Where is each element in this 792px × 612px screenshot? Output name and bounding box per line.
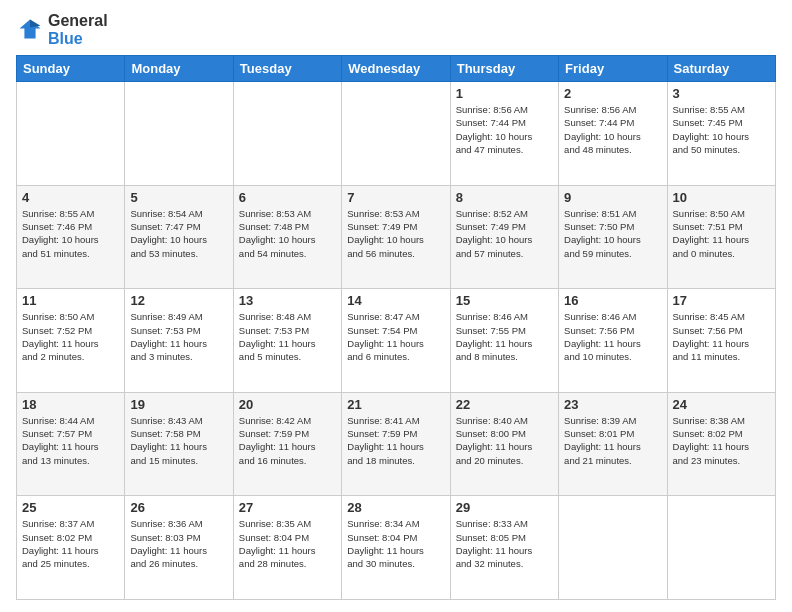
day-number: 5	[130, 190, 227, 205]
day-cell: 13Sunrise: 8:48 AM Sunset: 7:53 PM Dayli…	[233, 289, 341, 393]
day-cell	[667, 496, 775, 600]
day-number: 19	[130, 397, 227, 412]
week-row-2: 4Sunrise: 8:55 AM Sunset: 7:46 PM Daylig…	[17, 185, 776, 289]
day-info: Sunrise: 8:44 AM Sunset: 7:57 PM Dayligh…	[22, 414, 119, 467]
day-info: Sunrise: 8:38 AM Sunset: 8:02 PM Dayligh…	[673, 414, 770, 467]
day-info: Sunrise: 8:53 AM Sunset: 7:49 PM Dayligh…	[347, 207, 444, 260]
day-number: 22	[456, 397, 553, 412]
day-header-friday: Friday	[559, 56, 667, 82]
calendar-header-row: SundayMondayTuesdayWednesdayThursdayFrid…	[17, 56, 776, 82]
day-number: 4	[22, 190, 119, 205]
day-info: Sunrise: 8:55 AM Sunset: 7:46 PM Dayligh…	[22, 207, 119, 260]
day-cell: 29Sunrise: 8:33 AM Sunset: 8:05 PM Dayli…	[450, 496, 558, 600]
day-info: Sunrise: 8:47 AM Sunset: 7:54 PM Dayligh…	[347, 310, 444, 363]
day-cell: 8Sunrise: 8:52 AM Sunset: 7:49 PM Daylig…	[450, 185, 558, 289]
week-row-5: 25Sunrise: 8:37 AM Sunset: 8:02 PM Dayli…	[17, 496, 776, 600]
day-info: Sunrise: 8:39 AM Sunset: 8:01 PM Dayligh…	[564, 414, 661, 467]
day-cell	[17, 82, 125, 186]
day-cell: 3Sunrise: 8:55 AM Sunset: 7:45 PM Daylig…	[667, 82, 775, 186]
day-cell: 20Sunrise: 8:42 AM Sunset: 7:59 PM Dayli…	[233, 392, 341, 496]
day-cell: 6Sunrise: 8:53 AM Sunset: 7:48 PM Daylig…	[233, 185, 341, 289]
day-header-sunday: Sunday	[17, 56, 125, 82]
day-cell: 14Sunrise: 8:47 AM Sunset: 7:54 PM Dayli…	[342, 289, 450, 393]
day-cell: 18Sunrise: 8:44 AM Sunset: 7:57 PM Dayli…	[17, 392, 125, 496]
day-cell: 22Sunrise: 8:40 AM Sunset: 8:00 PM Dayli…	[450, 392, 558, 496]
day-number: 17	[673, 293, 770, 308]
day-number: 26	[130, 500, 227, 515]
day-number: 14	[347, 293, 444, 308]
day-number: 18	[22, 397, 119, 412]
day-info: Sunrise: 8:46 AM Sunset: 7:56 PM Dayligh…	[564, 310, 661, 363]
day-number: 27	[239, 500, 336, 515]
day-number: 8	[456, 190, 553, 205]
day-cell: 16Sunrise: 8:46 AM Sunset: 7:56 PM Dayli…	[559, 289, 667, 393]
logo-text: General Blue	[48, 12, 108, 47]
day-number: 28	[347, 500, 444, 515]
day-number: 1	[456, 86, 553, 101]
week-row-4: 18Sunrise: 8:44 AM Sunset: 7:57 PM Dayli…	[17, 392, 776, 496]
day-info: Sunrise: 8:37 AM Sunset: 8:02 PM Dayligh…	[22, 517, 119, 570]
day-cell: 4Sunrise: 8:55 AM Sunset: 7:46 PM Daylig…	[17, 185, 125, 289]
day-number: 24	[673, 397, 770, 412]
day-cell: 23Sunrise: 8:39 AM Sunset: 8:01 PM Dayli…	[559, 392, 667, 496]
day-info: Sunrise: 8:35 AM Sunset: 8:04 PM Dayligh…	[239, 517, 336, 570]
day-cell: 12Sunrise: 8:49 AM Sunset: 7:53 PM Dayli…	[125, 289, 233, 393]
day-cell: 24Sunrise: 8:38 AM Sunset: 8:02 PM Dayli…	[667, 392, 775, 496]
day-cell: 17Sunrise: 8:45 AM Sunset: 7:56 PM Dayli…	[667, 289, 775, 393]
day-number: 7	[347, 190, 444, 205]
day-info: Sunrise: 8:53 AM Sunset: 7:48 PM Dayligh…	[239, 207, 336, 260]
day-info: Sunrise: 8:51 AM Sunset: 7:50 PM Dayligh…	[564, 207, 661, 260]
day-cell: 27Sunrise: 8:35 AM Sunset: 8:04 PM Dayli…	[233, 496, 341, 600]
week-row-1: 1Sunrise: 8:56 AM Sunset: 7:44 PM Daylig…	[17, 82, 776, 186]
day-header-thursday: Thursday	[450, 56, 558, 82]
day-number: 2	[564, 86, 661, 101]
day-cell: 1Sunrise: 8:56 AM Sunset: 7:44 PM Daylig…	[450, 82, 558, 186]
day-number: 3	[673, 86, 770, 101]
day-number: 10	[673, 190, 770, 205]
day-header-saturday: Saturday	[667, 56, 775, 82]
day-info: Sunrise: 8:49 AM Sunset: 7:53 PM Dayligh…	[130, 310, 227, 363]
day-cell: 11Sunrise: 8:50 AM Sunset: 7:52 PM Dayli…	[17, 289, 125, 393]
day-number: 15	[456, 293, 553, 308]
day-number: 6	[239, 190, 336, 205]
day-number: 20	[239, 397, 336, 412]
day-number: 16	[564, 293, 661, 308]
day-info: Sunrise: 8:34 AM Sunset: 8:04 PM Dayligh…	[347, 517, 444, 570]
day-cell: 9Sunrise: 8:51 AM Sunset: 7:50 PM Daylig…	[559, 185, 667, 289]
logo-icon	[16, 16, 44, 44]
day-info: Sunrise: 8:52 AM Sunset: 7:49 PM Dayligh…	[456, 207, 553, 260]
day-cell	[233, 82, 341, 186]
day-cell: 25Sunrise: 8:37 AM Sunset: 8:02 PM Dayli…	[17, 496, 125, 600]
calendar-table: SundayMondayTuesdayWednesdayThursdayFrid…	[16, 55, 776, 600]
day-header-tuesday: Tuesday	[233, 56, 341, 82]
day-cell	[559, 496, 667, 600]
day-cell: 28Sunrise: 8:34 AM Sunset: 8:04 PM Dayli…	[342, 496, 450, 600]
day-info: Sunrise: 8:43 AM Sunset: 7:58 PM Dayligh…	[130, 414, 227, 467]
day-cell: 2Sunrise: 8:56 AM Sunset: 7:44 PM Daylig…	[559, 82, 667, 186]
day-cell: 15Sunrise: 8:46 AM Sunset: 7:55 PM Dayli…	[450, 289, 558, 393]
week-row-3: 11Sunrise: 8:50 AM Sunset: 7:52 PM Dayli…	[17, 289, 776, 393]
day-info: Sunrise: 8:33 AM Sunset: 8:05 PM Dayligh…	[456, 517, 553, 570]
day-number: 12	[130, 293, 227, 308]
day-header-monday: Monday	[125, 56, 233, 82]
day-cell	[125, 82, 233, 186]
day-cell: 19Sunrise: 8:43 AM Sunset: 7:58 PM Dayli…	[125, 392, 233, 496]
day-number: 29	[456, 500, 553, 515]
day-info: Sunrise: 8:45 AM Sunset: 7:56 PM Dayligh…	[673, 310, 770, 363]
day-cell: 10Sunrise: 8:50 AM Sunset: 7:51 PM Dayli…	[667, 185, 775, 289]
day-cell: 21Sunrise: 8:41 AM Sunset: 7:59 PM Dayli…	[342, 392, 450, 496]
header: General Blue	[16, 12, 776, 47]
day-number: 21	[347, 397, 444, 412]
day-info: Sunrise: 8:48 AM Sunset: 7:53 PM Dayligh…	[239, 310, 336, 363]
day-cell: 5Sunrise: 8:54 AM Sunset: 7:47 PM Daylig…	[125, 185, 233, 289]
day-info: Sunrise: 8:56 AM Sunset: 7:44 PM Dayligh…	[456, 103, 553, 156]
day-info: Sunrise: 8:50 AM Sunset: 7:52 PM Dayligh…	[22, 310, 119, 363]
day-number: 11	[22, 293, 119, 308]
day-info: Sunrise: 8:54 AM Sunset: 7:47 PM Dayligh…	[130, 207, 227, 260]
day-info: Sunrise: 8:50 AM Sunset: 7:51 PM Dayligh…	[673, 207, 770, 260]
day-number: 9	[564, 190, 661, 205]
svg-marker-1	[30, 19, 41, 27]
day-number: 13	[239, 293, 336, 308]
day-info: Sunrise: 8:40 AM Sunset: 8:00 PM Dayligh…	[456, 414, 553, 467]
day-number: 25	[22, 500, 119, 515]
